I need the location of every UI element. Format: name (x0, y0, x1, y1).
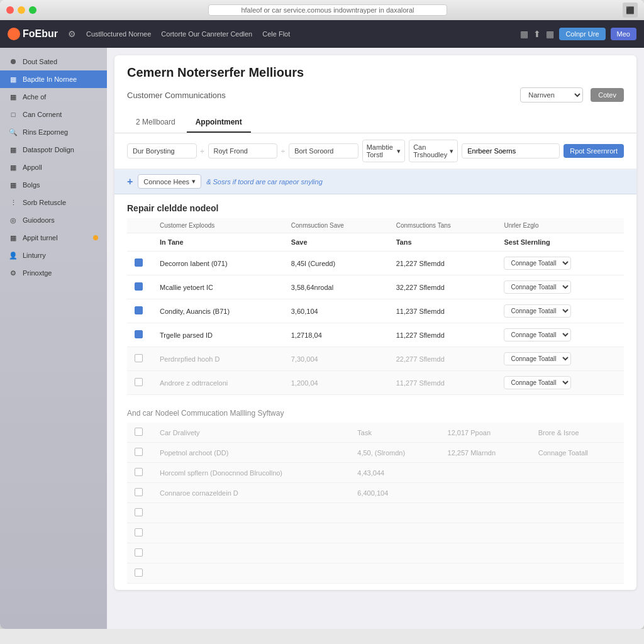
status-select-3[interactable]: Connage Toatall (504, 304, 571, 318)
logo: FoEbur (8, 28, 58, 40)
row-status-5[interactable]: Connage Toatall (496, 347, 624, 371)
grid-icon[interactable]: ▦ (546, 29, 554, 39)
table-row (127, 523, 624, 543)
row-status-6[interactable]: Connage Toatall (496, 371, 624, 395)
row-val2-1: 21,227 Sflemdd (389, 252, 497, 275)
sidebar-item-dout-sated[interactable]: Dout Sated (0, 53, 107, 70)
maximize-button[interactable] (29, 6, 36, 14)
sidebar-item-rins-ezporneg[interactable]: 🔍 Rins Ezporneg (0, 123, 107, 141)
run-button[interactable]: Rpot Sreernrort (564, 144, 624, 158)
checkbox-2[interactable] (135, 282, 143, 291)
row-checkbox[interactable] (127, 323, 152, 347)
sidebar-item-guiodoors[interactable]: ◎ Guiodoors (0, 211, 107, 229)
checkbox-s2-8[interactable] (135, 569, 143, 577)
sidebar: Dout Sated ▦ Bapdte In Nornee ▦ Ache of … (0, 48, 107, 629)
status-select-2[interactable]: Connage Toatall (504, 280, 571, 294)
minimize-button[interactable] (18, 6, 25, 14)
row-name-2: Mcallie yetoert IC (152, 275, 284, 299)
dataspotr-icon: ▦ (9, 145, 18, 154)
nav-link-1[interactable]: Custlloctured Nornee (86, 30, 151, 38)
titlebar: hfaleof or car service.comous indowntray… (0, 0, 644, 20)
row-status-1[interactable]: Connage Toatall (496, 252, 624, 275)
row-checkbox[interactable] (127, 252, 152, 275)
filter-dropdown-2[interactable]: Can Trshoudley ▾ (409, 140, 458, 162)
row-checkbox[interactable] (127, 275, 152, 299)
checkbox-s2-4[interactable] (135, 488, 143, 496)
row-status-3[interactable]: Connage Toatall (496, 299, 624, 323)
main-content: Cemern Noterserfer Melliours Customer Co… (107, 48, 644, 629)
url-bar[interactable]: hfaleof or car service.comous indowntray… (208, 4, 447, 16)
rins-icon: 🔍 (9, 128, 18, 136)
settings-icon[interactable]: ⚙ (68, 29, 76, 39)
row-val1-5: 7,30,004 (284, 347, 389, 371)
sidebar-item-prinoxtge[interactable]: ⚙ Prinoxtge (0, 264, 107, 282)
sidebar-item-appoll[interactable]: ▦ Appoll (0, 158, 107, 176)
sidebar-item-bapdte-in-nornee[interactable]: ▦ Bapdte In Nornee (0, 70, 107, 88)
checkbox-s2-7[interactable] (135, 548, 143, 557)
checkbox-s2-5[interactable] (135, 508, 143, 516)
table-row: Decorron Iabent (071) 8,45l (Curedd) 21,… (127, 252, 624, 275)
status-select-5[interactable]: Connage Toatall (504, 352, 571, 365)
checkbox-3[interactable] (135, 306, 143, 314)
status-select-4[interactable]: Connage Toatall (504, 328, 571, 341)
section1-table-wrapper: Customer Exploods Conmsuction Save Conms… (114, 218, 636, 401)
row-checkbox[interactable] (127, 347, 152, 371)
filter-bar: ÷ ÷ Mambtie Torstl ▾ Can Trshoudley ▾ Rp… (114, 133, 636, 169)
sidebar-item-appit-turnel[interactable]: ▦ Appit turnel (0, 229, 107, 247)
row-s2-name-2: Popetnol archoot (DD) (152, 443, 350, 463)
checkbox-s2-1[interactable] (135, 428, 143, 436)
section2-table: Car Dralivety Task 12,017 Ppoan Brore & … (127, 423, 624, 584)
close-button[interactable] (6, 6, 14, 14)
colnpr-ure-button[interactable]: Colnpr Ure (559, 28, 605, 40)
separator-2: ÷ (281, 147, 285, 155)
checkbox-5[interactable] (135, 354, 143, 362)
page-subtitle-row: Customer Communications Narnven Cotev (127, 87, 624, 103)
checkbox-4[interactable] (135, 330, 143, 338)
nav-link-2[interactable]: Cortorte Our Canreter Cedlen (161, 30, 252, 38)
status-select-6[interactable]: Connage Toatall (504, 376, 571, 389)
checkbox-s2-3[interactable] (135, 468, 143, 476)
nav-link-3[interactable]: Cele Flot (262, 30, 290, 38)
calendar-icon[interactable]: ▦ (520, 29, 528, 39)
appoll-icon: ▦ (9, 163, 18, 172)
meo-button[interactable]: Meo (611, 28, 636, 40)
checkbox-s2-6[interactable] (135, 528, 143, 536)
sidebar-item-can-cornent[interactable]: □ Can Cornent (0, 106, 107, 123)
search-input[interactable] (462, 143, 560, 158)
row-status-2[interactable]: Connage Toatall (496, 275, 624, 299)
action-text: & Sosrs if toord are car rapeor snyling (206, 178, 323, 186)
row-s2-status-2: Connage Toatall (531, 443, 624, 463)
add-icon[interactable]: + (127, 176, 133, 187)
row-checkbox[interactable] (127, 299, 152, 323)
sidebar-item-bolgs[interactable]: ▦ Bolgs (0, 176, 107, 194)
filter-input-2[interactable] (208, 143, 278, 158)
sidebar-item-linturry[interactable]: 👤 Linturry (0, 247, 107, 264)
create-button[interactable]: Cotev (591, 88, 624, 102)
sidebar-item-ache-of[interactable]: ▦ Ache of (0, 88, 107, 106)
checkbox-1[interactable] (135, 258, 143, 267)
table-row: Androre z odtrraceloni 1,200,04 11,277 S… (127, 371, 624, 395)
upload-icon[interactable]: ⬆ (533, 29, 541, 39)
row-checkbox[interactable] (127, 371, 152, 395)
table-row: Connaroe cornazeldein D 6,400,104 (127, 483, 624, 503)
status-select-1[interactable]: Connage Toatall (504, 257, 571, 270)
subheader-check (127, 233, 152, 252)
dout-sated-icon (9, 57, 18, 66)
tab-appointment[interactable]: Appointment (187, 113, 251, 133)
table-row: Car Dralivety Task 12,017 Ppoan Brore & … (127, 423, 624, 443)
checkbox-s2-2[interactable] (135, 448, 143, 456)
row-name-5: Perdnrpfied hooh D (152, 347, 284, 371)
table-row: Perdnrpfied hooh D 7,30,004 22,277 Sflem… (127, 347, 624, 371)
filter-input-3[interactable] (289, 143, 358, 158)
row-status-4[interactable]: Connage Toatall (496, 323, 624, 347)
filter-select[interactable]: Narnven (520, 87, 583, 103)
sidebar-item-dataspotr[interactable]: ▦ Dataspotr Dolign (0, 141, 107, 158)
row-s2-val1-4: 6,400,104 (350, 483, 440, 503)
sidebar-item-sorb-retuscle[interactable]: ⋮ Sorb Retuscle (0, 194, 107, 211)
filter-dropdown-1[interactable]: Mambtie Torstl ▾ (362, 140, 406, 162)
tab-mellboard[interactable]: 2 Mellboard (127, 113, 184, 133)
action-dropdown[interactable]: Connoce Hees ▾ (138, 174, 201, 189)
filter-input-1[interactable] (127, 143, 197, 158)
checkbox-6[interactable] (135, 378, 143, 386)
table-subheader-row: In Tane Save Tans Sest Slernling (127, 233, 624, 252)
